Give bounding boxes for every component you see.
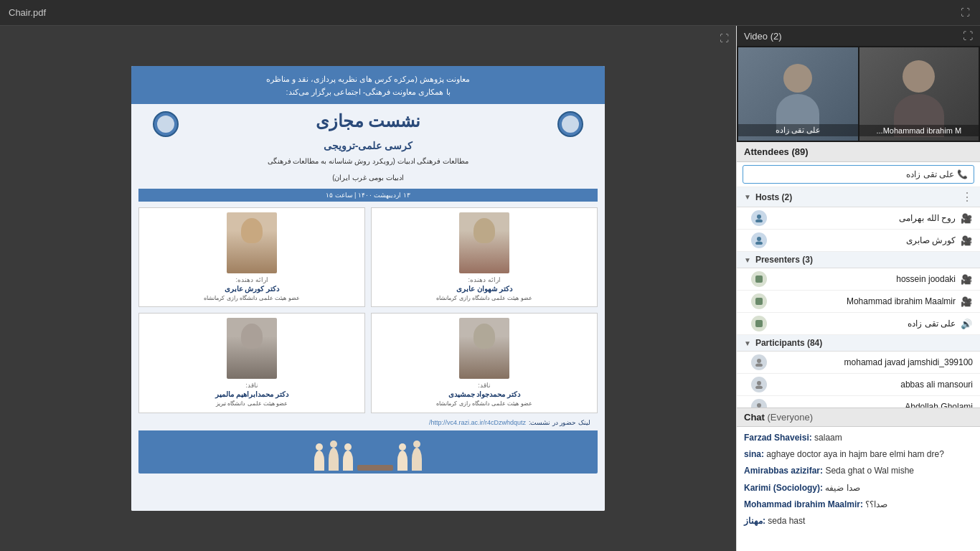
pdf-person-desc-4: عضو هیئت علمی دانشگاه رازی کرمانشاه xyxy=(436,400,532,408)
video-section: Video (2) ⛶ علی تقی زاده xyxy=(737,26,980,142)
presenters-label: Presenters (3) xyxy=(755,255,813,265)
video-header: Video (2) ⛶ xyxy=(737,26,980,46)
participants-section-row[interactable]: ▼ Participants (84) xyxy=(737,335,980,352)
video-title: Video (2) xyxy=(744,31,782,42)
hosts-chevron: ▼ xyxy=(744,193,751,201)
pdf-person-photo-3 xyxy=(227,318,277,379)
search-box[interactable]: 📞 علی تقی زاده xyxy=(743,165,974,184)
pdf-person-1: ارائه دهنده: دکتر کورش عابری عضو هیئت عل… xyxy=(138,207,365,307)
svg-rect-5 xyxy=(755,298,763,305)
chat-sender-6: مهناز: xyxy=(744,516,765,526)
video-tile-2: Mohammad ibrahim M... xyxy=(859,47,979,141)
svg-point-3 xyxy=(755,242,763,245)
pdf-person-name-4: دکتر محمدجواد جمشیدی xyxy=(448,390,521,398)
participant-avatar-3 xyxy=(751,399,767,408)
chat-text-1: salaam xyxy=(814,433,842,443)
right-panel: Video (2) ⛶ علی تقی زاده xyxy=(736,26,980,551)
chat-title: Chat xyxy=(744,412,765,423)
svg-point-9 xyxy=(757,381,761,385)
svg-rect-6 xyxy=(755,320,763,327)
chat-header: Chat (Everyone) xyxy=(737,408,980,427)
chat-text-5: صدا؟؟ xyxy=(865,499,887,509)
pdf-person-4: ناقد: دکتر محمدجواد جمشیدی عضو هیئت علمی… xyxy=(371,313,598,413)
hosts-more-icon[interactable]: ⋮ xyxy=(961,190,973,204)
svg-rect-4 xyxy=(755,276,763,283)
participant-row-3: Abdollah Gholami xyxy=(737,396,980,408)
participant-name-3: Abdollah Gholami xyxy=(771,402,973,408)
pdf-scene-figures xyxy=(314,448,422,471)
presenter-row-3: علی تقی زاده 🔊 xyxy=(737,313,980,335)
video-tile-1: علی تقی زاده xyxy=(738,47,858,141)
pdf-person-desc-3: عضو هیئت علمی دانشگاه تبریز xyxy=(216,400,288,408)
pdf-link-url: http://vc4.razi.ac.ir/r4cDzwhdqutz/ xyxy=(429,419,526,426)
pdf-header-line1: معاونت پژوهش (مرکزه کرس های نظریه پردازی… xyxy=(146,73,590,86)
pdf-body: نشست مجازی کرسی علمی-ترویجی مطالعات فرهن… xyxy=(131,104,605,511)
host-avatar-2 xyxy=(751,232,767,248)
pdf-desc-line1: مطالعات فرهنگی ادبیات (رویکرد روش شناسان… xyxy=(268,156,469,166)
presenter-badge-1: 🎥 xyxy=(960,273,973,286)
pdf-document: معاونت پژوهش (مرکزه کرس های نظریه پردازی… xyxy=(131,66,605,511)
chat-sender-5: Mohammad ibrahim Maalmir: xyxy=(744,499,863,509)
chat-msg-4: Karimi (Sociology): صدا ضیفه xyxy=(744,481,973,495)
presenters-chevron: ▼ xyxy=(744,256,751,264)
chat-text-3: Seda ghat o Wal mishe xyxy=(825,466,914,476)
participant-avatar-1 xyxy=(751,354,767,370)
hosts-section-row[interactable]: ▼ Hosts (2) ⋮ xyxy=(737,187,980,207)
participant-row-1: 399100_mohamad javad jamshidi xyxy=(737,352,980,374)
presenters-section-row[interactable]: ▼ Presenters (3) xyxy=(737,252,980,268)
presenter-avatar-1 xyxy=(751,271,767,287)
pdf-desc-line2: ادبیات بومی غرب ایران) xyxy=(332,172,404,183)
video-expand-icon[interactable]: ⛶ xyxy=(963,30,973,42)
pdf-person-desc-2: عضو هیئت علمی دانشگاه رازی کرمانشاه xyxy=(436,294,532,302)
presenter-row-1: hossein joodaki 🎥 xyxy=(737,268,980,291)
chat-section: Chat (Everyone) Farzad Shaveisi: salaam … xyxy=(737,408,980,551)
presenter-name-3: علی تقی زاده xyxy=(771,319,956,329)
pdf-persons: ارائه دهنده: دکتر کورش عابری عضو هیئت عل… xyxy=(138,207,598,413)
participant-row-2: abbas ali mansouri xyxy=(737,374,980,396)
chat-text-4: صدا ضیفه xyxy=(825,483,859,493)
pdf-person-role-4: ناقد: xyxy=(478,382,491,389)
host-badge-2: 🎥 xyxy=(960,234,973,247)
pdf-person-2: ارائه دهنده: دکتر شهوان عابری عضو هیئت ع… xyxy=(371,207,598,307)
chat-msg-5: Mohammad ibrahim Maalmir: صدا؟؟ xyxy=(744,498,973,512)
pdf-person-photo-4 xyxy=(459,318,509,379)
chat-messages[interactable]: Farzad Shaveisi: salaam sina: aghaye doc… xyxy=(737,427,980,551)
chat-sender-4: Karimi (Sociology): xyxy=(744,483,823,493)
chat-msg-1: Farzad Shaveisi: salaam xyxy=(744,431,973,445)
participant-name-2: abbas ali mansouri xyxy=(771,380,973,390)
participants-chevron: ▼ xyxy=(744,339,751,347)
pdf-person-name-1: دکتر کورش عابری xyxy=(225,285,280,293)
pdf-expand-icon[interactable]: ⛶ xyxy=(720,33,729,44)
svg-point-2 xyxy=(757,237,761,241)
host-name-2: کورش صابری xyxy=(771,235,956,245)
chat-msg-2: sina: aghaye doctor aya in hajm bare elm… xyxy=(744,448,973,461)
participant-avatar-2 xyxy=(751,377,767,392)
chat-scope: (Everyone) xyxy=(768,412,814,423)
presenter-name-2: Mohammad ibrahim Maalmir xyxy=(771,296,956,306)
host-avatar-1 xyxy=(751,210,767,226)
presenter-avatar-2 xyxy=(751,293,767,309)
pdf-person-role-2: ارائه دهنده: xyxy=(468,276,501,283)
pdf-title-fa: نشست مجازی xyxy=(316,111,421,134)
chat-text-6: seda hast xyxy=(768,516,805,526)
host-row-2: کورش صابری 🎥 xyxy=(737,230,980,252)
pdf-header: معاونت پژوهش (مرکزه کرس های نظریه پردازی… xyxy=(131,66,605,104)
chat-sender-3: Amirabbas azizifar: xyxy=(744,466,823,476)
search-row: 📞 علی تقی زاده xyxy=(737,162,980,187)
chat-sender-1: Farzad Shaveisi: xyxy=(744,433,812,443)
pdf-header-line2: با همکاری معاونت فرهنگی- اجتماعی برگزار … xyxy=(146,86,590,99)
presenter-row-2: Mohammad ibrahim Maalmir 🎥 xyxy=(737,291,980,313)
pdf-bottom-scene xyxy=(138,430,598,474)
video-grid: علی تقی زاده Mohammad ibrahim M... xyxy=(737,46,980,142)
search-value: علی تقی زاده xyxy=(749,169,954,179)
presenter-name-1: hossein joodaki xyxy=(771,274,956,284)
svg-point-0 xyxy=(757,215,761,219)
attendees-list[interactable]: ▼ Hosts (2) ⋮ روح الله بهرامی 🎥 کورش صاب… xyxy=(737,187,980,408)
pdf-person-photo-2 xyxy=(459,212,509,273)
chat-msg-3: Amirabbas azizifar: Seda ghat o Wal mish… xyxy=(744,464,973,478)
host-badge-1: 🎥 xyxy=(960,212,973,225)
expand-icon[interactable]: ⛶ xyxy=(958,6,971,19)
svg-point-7 xyxy=(757,359,761,363)
presenter-avatar-3 xyxy=(751,316,767,331)
attendees-header: Attendees (89) xyxy=(737,142,980,162)
